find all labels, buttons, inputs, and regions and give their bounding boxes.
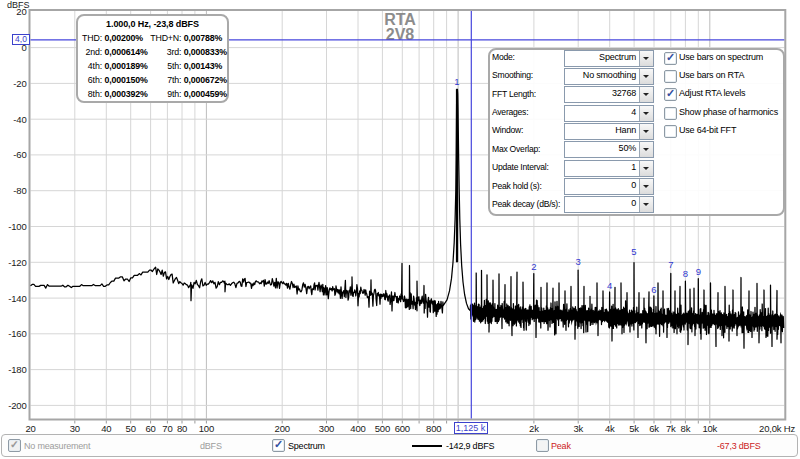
- svg-text:-60: -60: [13, 149, 26, 160]
- svg-text:3k: 3k: [573, 423, 583, 434]
- svg-text:20: 20: [25, 423, 35, 434]
- svg-text:6k: 6k: [649, 423, 659, 434]
- svg-text:-100: -100: [8, 221, 26, 232]
- svg-text:80: 80: [177, 423, 187, 434]
- svg-text:300: 300: [319, 423, 334, 434]
- svg-text:7: 7: [668, 259, 673, 270]
- svg-text:800: 800: [426, 423, 441, 434]
- svg-text:400: 400: [350, 423, 365, 434]
- svg-text:1: 1: [454, 76, 459, 87]
- svg-text:8k: 8k: [681, 423, 691, 434]
- svg-text:-20: -20: [13, 78, 26, 89]
- svg-text:-160: -160: [8, 328, 26, 339]
- svg-text:7k: 7k: [666, 423, 676, 434]
- svg-text:500: 500: [375, 423, 390, 434]
- svg-text:40: 40: [101, 423, 111, 434]
- svg-text:-140: -140: [8, 293, 26, 304]
- svg-text:6: 6: [651, 284, 656, 295]
- svg-text:-40: -40: [13, 114, 26, 125]
- svg-text:200: 200: [275, 423, 290, 434]
- svg-text:2V8: 2V8: [386, 26, 415, 43]
- svg-text:20,0k Hz: 20,0k Hz: [759, 423, 795, 434]
- svg-text:9: 9: [696, 266, 701, 277]
- svg-text:50: 50: [126, 423, 136, 434]
- svg-text:4: 4: [607, 280, 612, 291]
- svg-text:-120: -120: [8, 257, 26, 268]
- svg-text:3: 3: [575, 256, 580, 267]
- svg-text:2k: 2k: [529, 423, 539, 434]
- svg-text:-80: -80: [13, 185, 26, 196]
- svg-text:30: 30: [70, 423, 80, 434]
- svg-text:5: 5: [631, 246, 636, 257]
- svg-text:-200: -200: [8, 400, 26, 411]
- svg-text:10k: 10k: [702, 423, 717, 434]
- svg-text:5k: 5k: [629, 423, 639, 434]
- svg-text:60: 60: [146, 423, 156, 434]
- svg-text:8: 8: [683, 268, 688, 279]
- svg-text:600: 600: [395, 423, 410, 434]
- svg-text:100: 100: [199, 423, 214, 434]
- svg-text:70: 70: [162, 423, 172, 434]
- svg-text:dBFS: dBFS: [7, 0, 30, 10]
- svg-text:-180: -180: [8, 364, 26, 375]
- svg-text:4k: 4k: [605, 423, 615, 434]
- svg-text:2: 2: [531, 261, 536, 272]
